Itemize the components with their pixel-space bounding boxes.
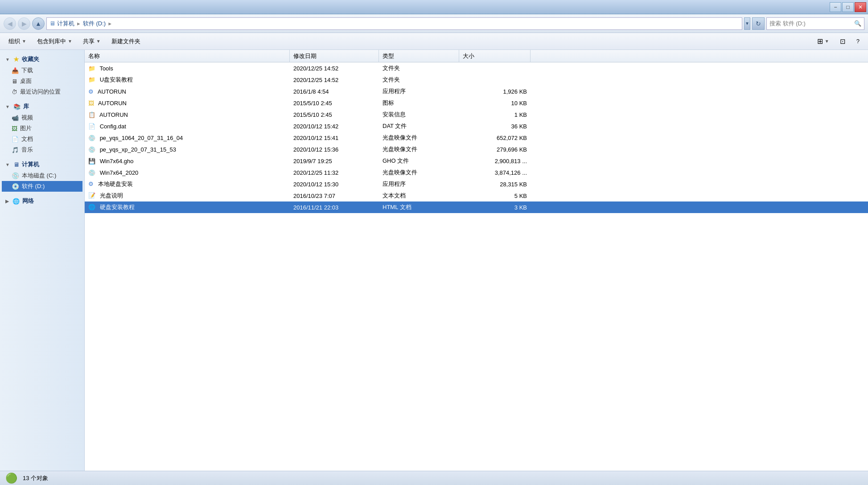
file-type-cell: 文本文档 (379, 191, 459, 201)
sidebar-computer-header[interactable]: ▼ 🖥 计算机 (2, 159, 82, 170)
file-name: AUTORUN (99, 111, 128, 118)
file-type-cell: 图标 (379, 98, 459, 108)
organize-button[interactable]: 组织 ▼ (4, 35, 31, 48)
new-folder-button[interactable]: 新建文件夹 (107, 35, 145, 48)
sidebar-network-header[interactable]: ▶ 🌐 网络 (2, 195, 82, 207)
sidebar-item-music[interactable]: 🎵 音乐 (2, 144, 82, 155)
table-row[interactable]: ⚙ 本地硬盘安装 2020/10/12 15:30 应用程序 28,315 KB (85, 178, 868, 190)
table-row[interactable]: 📁 Tools 2020/12/25 14:52 文件夹 (85, 62, 868, 74)
file-date-cell: 2016/11/21 22:03 (290, 203, 379, 212)
music-label: 音乐 (21, 146, 33, 154)
file-size-cell: 279,696 KB (459, 145, 531, 154)
file-icon: ⚙ (88, 88, 94, 95)
file-date-cell: 2020/10/12 15:42 (290, 122, 379, 131)
sidebar-library-header[interactable]: ▼ 📚 库 (2, 101, 82, 112)
statusbar-icon: 🟢 (5, 473, 17, 484)
col-name-label: 名称 (88, 52, 100, 60)
sidebar-section-computer: ▼ 🖥 计算机 💿 本地磁盘 (C:) 💿 软件 (D:) (2, 159, 82, 192)
library-label: 库 (23, 103, 29, 111)
sidebar-item-video[interactable]: 📹 视频 (2, 112, 82, 123)
sidebar-item-d-drive[interactable]: 💿 软件 (D:) (2, 181, 82, 192)
statusbar-count: 13 个对象 (23, 474, 48, 482)
pane-icon: ⊡ (840, 37, 846, 45)
search-input[interactable] (769, 20, 854, 27)
organize-label: 组织 (8, 37, 20, 45)
col-type-label: 类型 (383, 52, 394, 60)
file-size-cell: 10 KB (459, 99, 531, 107)
sidebar-item-image[interactable]: 🖼 图片 (2, 123, 82, 134)
file-icon: 💾 (88, 158, 95, 164)
back-button[interactable]: ◀ (4, 17, 16, 30)
sidebar-favorites-header[interactable]: ▼ ★ 收藏夹 (2, 53, 82, 65)
minimize-button[interactable]: − (830, 2, 841, 12)
titlebar: − □ ✕ (0, 0, 868, 14)
c-drive-icon: 💿 (12, 172, 19, 179)
sidebar-item-document[interactable]: 📄 文档 (2, 134, 82, 144)
breadcrumb-sep1: ► (76, 21, 81, 26)
col-header-size[interactable]: 大小 (459, 50, 531, 62)
document-icon: 📄 (12, 136, 19, 143)
file-date-cell: 2016/1/8 4:54 (290, 87, 379, 96)
table-row[interactable]: 🖼 AUTORUN 2015/5/10 2:45 图标 10 KB (85, 97, 868, 109)
table-row[interactable]: 💿 Win7x64_2020 2020/12/25 11:32 光盘映像文件 3… (85, 167, 868, 178)
computer-arrow: ▼ (5, 162, 10, 167)
file-name-cell: 💿 pe_yqs_1064_20_07_31_16_04 (85, 134, 290, 142)
file-type-cell: 应用程序 (379, 86, 459, 96)
file-icon: 📄 (88, 123, 95, 130)
pane-button[interactable]: ⊡ (835, 35, 851, 48)
table-row[interactable]: 📝 光盘说明 2016/10/23 7:07 文本文档 5 KB (85, 190, 868, 201)
refresh-button[interactable]: ↻ (752, 17, 765, 30)
view-grid-icon: ⊞ (817, 37, 823, 45)
col-header-date[interactable]: 修改日期 (290, 50, 379, 62)
table-row[interactable]: 📄 Config.dat 2020/10/12 15:42 DAT 文件 36 … (85, 120, 868, 132)
sidebar-item-desktop[interactable]: 🖥 桌面 (2, 76, 82, 86)
addressbar: ◀ ▶ ▲ 🖥 计算机 ► 软件 (D:) ► ▼ ↻ 🔍 (0, 14, 868, 33)
file-date-cell: 2020/12/25 11:32 (290, 169, 379, 177)
sidebar-item-c-drive[interactable]: 💿 本地磁盘 (C:) (2, 170, 82, 181)
sidebar-item-download[interactable]: 📥 下载 (2, 65, 82, 76)
file-type-cell: HTML 文档 (379, 202, 459, 212)
share-button[interactable]: 共享 ▼ (78, 35, 106, 48)
file-icon: 🌐 (88, 204, 95, 210)
sidebar-section-favorites: ▼ ★ 收藏夹 📥 下载 🖥 桌面 ⏱ 最近访问的位置 (2, 53, 82, 97)
help-button[interactable]: ? (852, 35, 864, 48)
file-date-cell: 2020/10/12 15:36 (290, 145, 379, 154)
forward-button[interactable]: ▶ (18, 17, 30, 30)
file-name: Win7x64_2020 (100, 169, 139, 176)
view-options-button[interactable]: ⊞ ▼ (812, 35, 834, 48)
table-row[interactable]: 💿 pe_yqs_xp_20_07_31_15_53 2020/10/12 15… (85, 144, 868, 155)
file-name: pe_yqs_xp_20_07_31_15_53 (100, 146, 176, 153)
col-date-label: 修改日期 (293, 52, 317, 60)
file-type-cell: 应用程序 (379, 179, 459, 189)
table-row[interactable]: ⚙ AUTORUN 2016/1/8 4:54 应用程序 1,926 KB (85, 86, 868, 97)
filelist-area: 名称 修改日期 类型 大小 📁 Tools 2020/12/25 14:52 文… (85, 50, 868, 471)
file-name: pe_yqs_1064_20_07_31_16_04 (100, 135, 183, 141)
breadcrumb-dropdown[interactable]: ▼ (744, 17, 750, 30)
archive-button[interactable]: 包含到库中 ▼ (32, 35, 77, 48)
col-size-label: 大小 (463, 52, 474, 60)
up-button[interactable]: ▲ (32, 17, 45, 30)
file-type-cell: 光盘映像文件 (379, 144, 459, 154)
maximize-button[interactable]: □ (842, 2, 854, 12)
table-row[interactable]: 🌐 硬盘安装教程 2016/11/21 22:03 HTML 文档 3 KB (85, 201, 868, 213)
organize-arrow: ▼ (22, 39, 26, 44)
table-row[interactable]: 💾 Win7x64.gho 2019/9/7 19:25 GHO 文件 2,90… (85, 155, 868, 167)
file-type-cell: 光盘映像文件 (379, 168, 459, 177)
sidebar-item-recent[interactable]: ⏱ 最近访问的位置 (2, 86, 82, 97)
favorites-arrow: ▼ (5, 57, 10, 62)
file-size-cell: 3,874,126 ... (459, 169, 531, 177)
star-icon: ★ (13, 56, 19, 63)
table-row[interactable]: 📋 AUTORUN 2015/5/10 2:45 安装信息 1 KB (85, 109, 868, 120)
breadcrumb-drive[interactable]: 软件 (D:) (83, 20, 106, 28)
file-name: AUTORUN (98, 88, 126, 95)
breadcrumb-sep2: ► (107, 21, 112, 26)
breadcrumb-computer[interactable]: 计算机 (57, 20, 74, 28)
table-row[interactable]: 📁 U盘安装教程 2020/12/25 14:52 文件夹 (85, 74, 868, 86)
file-name: 硬盘安装教程 (100, 204, 135, 210)
search-box[interactable]: 🔍 (766, 17, 864, 30)
col-header-type[interactable]: 类型 (379, 50, 459, 62)
col-header-name[interactable]: 名称 (85, 50, 290, 62)
table-row[interactable]: 💿 pe_yqs_1064_20_07_31_16_04 2020/10/12 … (85, 132, 868, 144)
search-icon[interactable]: 🔍 (854, 20, 861, 27)
close-button[interactable]: ✕ (855, 2, 866, 12)
